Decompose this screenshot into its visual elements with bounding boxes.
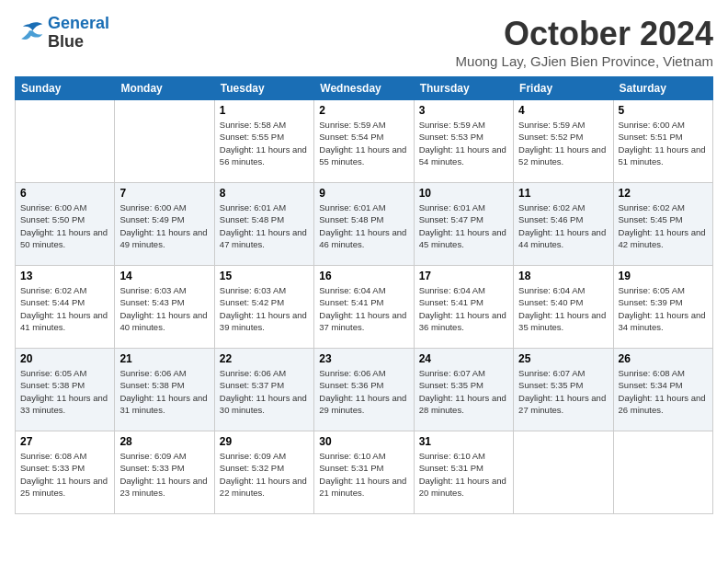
day-number: 20 [20,352,109,365]
day-number: 18 [518,270,608,282]
calendar-cell: 28Sunrise: 6:09 AMSunset: 5:33 PMDayligh… [115,431,214,514]
calendar-cell: 16Sunrise: 6:04 AMSunset: 5:41 PMDayligh… [314,266,414,349]
day-number: 23 [319,352,408,365]
calendar-cell: 5Sunrise: 6:00 AMSunset: 5:51 PMDaylight… [613,100,712,183]
day-info: Sunrise: 6:04 AMSunset: 5:41 PMDaylight:… [419,284,508,333]
day-info: Sunrise: 6:06 AMSunset: 5:36 PMDaylight:… [319,367,408,416]
day-of-week-header: Monday [115,77,214,100]
day-of-week-header: Sunday [16,77,115,100]
calendar-cell: 10Sunrise: 6:01 AMSunset: 5:47 PMDayligh… [414,183,513,266]
day-info: Sunrise: 6:01 AMSunset: 5:48 PMDaylight:… [319,201,408,250]
day-info: Sunrise: 6:03 AMSunset: 5:43 PMDaylight:… [119,284,209,333]
day-number: 12 [619,187,708,200]
calendar-cell: 18Sunrise: 6:04 AMSunset: 5:40 PMDayligh… [514,266,613,349]
calendar-cell: 4Sunrise: 5:59 AMSunset: 5:52 PMDaylight… [514,100,613,183]
calendar-cell: 15Sunrise: 6:03 AMSunset: 5:42 PMDayligh… [214,266,313,349]
day-info: Sunrise: 6:02 AMSunset: 5:46 PMDaylight:… [518,201,608,250]
day-info: Sunrise: 5:58 AMSunset: 5:55 PMDaylight:… [220,119,309,167]
day-number: 21 [119,352,209,365]
header: General Blue October 2024 Muong Lay, GJi… [15,15,713,69]
calendar-cell: 1Sunrise: 5:58 AMSunset: 5:55 PMDaylight… [214,100,313,183]
day-number: 8 [220,187,309,200]
day-info: Sunrise: 6:03 AMSunset: 5:42 PMDaylight:… [220,284,309,333]
day-info: Sunrise: 6:02 AMSunset: 5:44 PMDaylight:… [20,284,109,333]
day-number: 29 [220,435,309,448]
day-info: Sunrise: 6:00 AMSunset: 5:51 PMDaylight:… [619,119,708,167]
day-number: 3 [419,104,508,117]
calendar-cell: 14Sunrise: 6:03 AMSunset: 5:43 PMDayligh… [115,266,214,349]
calendar-cell: 27Sunrise: 6:08 AMSunset: 5:33 PMDayligh… [16,431,115,514]
day-info: Sunrise: 6:02 AMSunset: 5:45 PMDaylight:… [619,201,708,250]
day-info: Sunrise: 6:01 AMSunset: 5:48 PMDaylight:… [220,201,309,250]
logo: General Blue [15,15,109,52]
day-number: 22 [220,352,309,365]
calendar-cell [115,100,214,183]
location-title: Muong Lay, GJien Bien Province, Vietnam [456,53,713,69]
day-of-week-header: Saturday [613,77,712,100]
day-info: Sunrise: 5:59 AMSunset: 5:53 PMDaylight:… [419,119,508,167]
calendar-cell: 6Sunrise: 6:00 AMSunset: 5:50 PMDaylight… [16,183,115,266]
calendar-cell: 30Sunrise: 6:10 AMSunset: 5:31 PMDayligh… [314,431,414,514]
calendar-cell [514,431,613,514]
day-info: Sunrise: 6:00 AMSunset: 5:49 PMDaylight:… [119,201,209,250]
day-info: Sunrise: 6:04 AMSunset: 5:40 PMDaylight:… [518,284,608,333]
calendar-cell: 23Sunrise: 6:06 AMSunset: 5:36 PMDayligh… [314,349,414,431]
day-number: 26 [619,352,708,365]
day-info: Sunrise: 6:10 AMSunset: 5:31 PMDaylight:… [319,450,408,499]
calendar-cell: 21Sunrise: 6:06 AMSunset: 5:38 PMDayligh… [115,349,214,431]
day-number: 7 [119,187,209,200]
day-number: 24 [419,352,508,365]
calendar-cell: 22Sunrise: 6:06 AMSunset: 5:37 PMDayligh… [214,349,313,431]
calendar-cell: 17Sunrise: 6:04 AMSunset: 5:41 PMDayligh… [414,266,513,349]
day-number: 17 [419,270,508,282]
calendar-table: SundayMondayTuesdayWednesdayThursdayFrid… [15,76,713,514]
calendar-cell: 7Sunrise: 6:00 AMSunset: 5:49 PMDaylight… [115,183,214,266]
day-info: Sunrise: 6:01 AMSunset: 5:47 PMDaylight:… [419,201,508,250]
logo-icon [15,20,44,46]
day-number: 2 [319,104,408,117]
day-info: Sunrise: 6:05 AMSunset: 5:39 PMDaylight:… [619,284,708,333]
day-number: 16 [319,270,408,282]
day-info: Sunrise: 6:07 AMSunset: 5:35 PMDaylight:… [518,367,608,416]
day-number: 31 [419,435,508,448]
day-number: 1 [220,104,309,117]
day-info: Sunrise: 6:08 AMSunset: 5:34 PMDaylight:… [619,367,708,416]
calendar-cell: 13Sunrise: 6:02 AMSunset: 5:44 PMDayligh… [16,266,115,349]
day-of-week-header: Wednesday [314,77,414,100]
day-info: Sunrise: 6:05 AMSunset: 5:38 PMDaylight:… [20,367,109,416]
day-number: 13 [20,270,109,282]
day-info: Sunrise: 6:06 AMSunset: 5:37 PMDaylight:… [220,367,309,416]
calendar-cell: 3Sunrise: 5:59 AMSunset: 5:53 PMDaylight… [414,100,513,183]
day-number: 5 [619,104,708,117]
calendar-cell: 24Sunrise: 6:07 AMSunset: 5:35 PMDayligh… [414,349,513,431]
day-info: Sunrise: 6:06 AMSunset: 5:38 PMDaylight:… [119,367,209,416]
day-number: 11 [518,187,608,200]
day-number: 9 [319,187,408,200]
day-number: 28 [119,435,209,448]
day-of-week-header: Friday [514,77,613,100]
day-info: Sunrise: 5:59 AMSunset: 5:52 PMDaylight:… [518,119,608,167]
calendar-cell: 25Sunrise: 6:07 AMSunset: 5:35 PMDayligh… [514,349,613,431]
calendar-cell: 12Sunrise: 6:02 AMSunset: 5:45 PMDayligh… [613,183,712,266]
day-info: Sunrise: 6:08 AMSunset: 5:33 PMDaylight:… [20,450,109,499]
day-info: Sunrise: 6:00 AMSunset: 5:50 PMDaylight:… [20,201,109,250]
day-info: Sunrise: 6:04 AMSunset: 5:41 PMDaylight:… [319,284,408,333]
day-number: 4 [518,104,608,117]
calendar-cell: 26Sunrise: 6:08 AMSunset: 5:34 PMDayligh… [613,349,712,431]
calendar-cell: 31Sunrise: 6:10 AMSunset: 5:31 PMDayligh… [414,431,513,514]
day-info: Sunrise: 6:10 AMSunset: 5:31 PMDaylight:… [419,450,508,499]
day-number: 14 [119,270,209,282]
title-area: October 2024 Muong Lay, GJien Bien Provi… [456,15,713,69]
calendar-cell: 9Sunrise: 6:01 AMSunset: 5:48 PMDaylight… [314,183,414,266]
day-info: Sunrise: 6:09 AMSunset: 5:32 PMDaylight:… [220,450,309,499]
day-number: 10 [419,187,508,200]
calendar-cell: 29Sunrise: 6:09 AMSunset: 5:32 PMDayligh… [214,431,313,514]
day-info: Sunrise: 6:07 AMSunset: 5:35 PMDaylight:… [419,367,508,416]
calendar-cell: 2Sunrise: 5:59 AMSunset: 5:54 PMDaylight… [314,100,414,183]
calendar-cell: 19Sunrise: 6:05 AMSunset: 5:39 PMDayligh… [613,266,712,349]
day-number: 6 [20,187,109,200]
calendar-cell [16,100,115,183]
calendar-cell: 11Sunrise: 6:02 AMSunset: 5:46 PMDayligh… [514,183,613,266]
day-number: 19 [619,270,708,282]
day-of-week-header: Tuesday [214,77,313,100]
